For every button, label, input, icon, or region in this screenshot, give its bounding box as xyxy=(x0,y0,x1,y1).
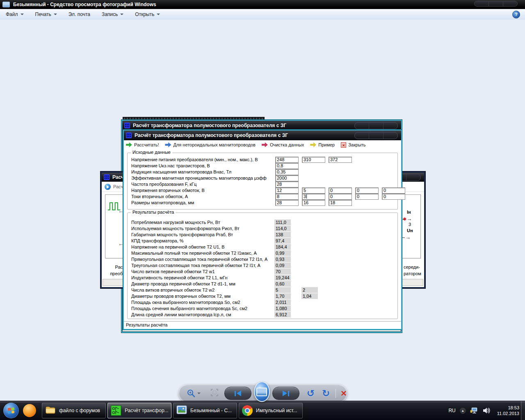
calc-window[interactable]: Расчёт трансформатора полумостового прео… xyxy=(123,130,402,330)
screen: Безымянный - Средство просмотра фотограф… xyxy=(0,0,525,420)
calc-back-window-controls xyxy=(354,122,398,129)
play-icon[interactable] xyxy=(105,184,111,190)
input-field[interactable]: 372 xyxy=(329,157,352,163)
minimize-button[interactable] xyxy=(355,123,369,129)
taskbar: файло с форумовРасчёт трансфор...Безымян… xyxy=(0,401,525,420)
maximize-button[interactable] xyxy=(369,123,383,129)
input-field[interactable]: 12 xyxy=(275,187,299,194)
minimize-button[interactable] xyxy=(475,1,489,6)
calc-back-titlebar[interactable]: Расчёт трансформатора полумостового прео… xyxy=(122,121,401,130)
input-field[interactable]: 28 xyxy=(275,181,299,187)
maximize-button[interactable] xyxy=(369,132,383,139)
rotate-counterclockwise-button[interactable]: ↺ xyxy=(307,389,315,398)
taskbar-button-chrome[interactable]: Импульсный ист... xyxy=(239,403,303,418)
taskbar-button-label: Безымянный - С... xyxy=(190,408,232,413)
minimize-button[interactable] xyxy=(355,132,369,139)
calc-title: Расчёт трансформатора полумостового прео… xyxy=(135,132,288,138)
menu-item[interactable]: Запись xyxy=(102,11,123,17)
toolbar-button[interactable]: Рассчитать! xyxy=(126,142,159,147)
arrow-icon xyxy=(165,142,171,147)
input-field[interactable]: 0 xyxy=(382,194,405,200)
clock-date: 11.02.2013 xyxy=(497,411,519,416)
input-field[interactable]: 5 xyxy=(302,187,325,194)
result-label: Числа витков вторичных обмоток Т2 w2 xyxy=(131,288,215,292)
toolbar-button[interactable]: Пример xyxy=(310,142,335,147)
result-values: 138 xyxy=(274,232,301,237)
gom-player-icon[interactable] xyxy=(23,404,36,417)
taskbar-button-calc[interactable]: Расчёт трансфор... xyxy=(107,403,171,418)
input-label: Токи вторичных обмоток, А xyxy=(131,194,188,199)
input-field[interactable]: 0,35 xyxy=(275,169,299,175)
schematic-caption: Рас xyxy=(102,265,123,269)
result-values: 0,99 xyxy=(274,250,301,256)
result-values: 0,09 xyxy=(274,262,301,268)
schematic-app-icon xyxy=(104,174,110,180)
menu-item[interactable]: Открыть xyxy=(135,11,160,17)
result-row: Потребляемая нагрузкой мощность Рн, Вт11… xyxy=(128,219,397,226)
toolbar-close-button[interactable]: ×Закрыть xyxy=(341,142,365,148)
maximize-button[interactable] xyxy=(489,1,503,6)
input-field[interactable]: 248 xyxy=(275,157,299,163)
toolbar-button-label: Закрыть xyxy=(348,142,365,147)
toolbar-button[interactable]: Для нетороидальных магнитопроводов xyxy=(165,142,255,147)
clock[interactable]: 18:53 11.02.2013 xyxy=(497,405,519,416)
schematic-caption: середи- xyxy=(404,265,420,269)
arrow-icon xyxy=(126,142,132,147)
close-button[interactable] xyxy=(503,1,517,6)
photo-viewer-titlebar[interactable]: Безымянный - Средство просмотра фотограф… xyxy=(0,0,525,9)
delete-button[interactable]: × xyxy=(341,388,347,398)
schematic-caption: ратором xyxy=(404,271,421,276)
zoom-menu-button[interactable] xyxy=(187,389,201,398)
input-field[interactable]: 0,8 xyxy=(275,163,299,169)
input-field[interactable]: 2000 xyxy=(275,175,299,181)
next-button[interactable] xyxy=(272,387,299,400)
hidden-icons-button[interactable]: ▲ xyxy=(460,408,466,414)
slideshow-button[interactable] xyxy=(254,381,270,402)
menu-item[interactable]: Файл xyxy=(6,11,24,17)
input-field[interactable]: 0 xyxy=(355,194,379,200)
language-indicator[interactable]: RU xyxy=(448,408,455,413)
input-field[interactable]: 0 xyxy=(329,187,352,194)
input-row: Напряжение Uкэ.нас транзисторов, В0,8 xyxy=(128,163,397,169)
input-field[interactable]: 16 xyxy=(302,200,325,206)
close-button[interactable] xyxy=(383,132,397,139)
transformer-calc-icon xyxy=(111,405,121,416)
input-field[interactable]: 28 xyxy=(275,200,299,206)
start-button[interactable] xyxy=(3,403,19,418)
help-button[interactable]: ? xyxy=(512,11,520,18)
taskbar-button-photo[interactable]: Безымянный - С... xyxy=(173,403,237,418)
menu-item-label: Печать xyxy=(35,11,51,17)
input-field[interactable]: 18 xyxy=(329,200,352,206)
toolbar-button-label: Пример xyxy=(318,142,335,147)
show-desktop-button[interactable] xyxy=(521,401,525,420)
close-button[interactable] xyxy=(383,123,397,129)
rotate-clockwise-button[interactable]: ↻ xyxy=(322,389,330,398)
input-field[interactable]: 0 xyxy=(355,187,379,194)
diagram-current-label: Iн xyxy=(407,210,411,215)
toolbar-button[interactable]: Очистка данных xyxy=(262,142,304,147)
input-row: Напряжение питания преобразователя (мин.… xyxy=(128,157,397,163)
menu-item[interactable]: Печать xyxy=(35,11,57,17)
input-field[interactable]: 0 xyxy=(329,194,352,200)
result-value: 19,244 xyxy=(274,275,291,281)
taskbar-button-folder[interactable]: файло с форумов xyxy=(42,403,106,418)
result-row: Площадь сечения выбранного магнитопровод… xyxy=(128,306,397,312)
result-row: Диаметры проводов вторичных обмоток Т2, … xyxy=(128,293,397,299)
result-value: 1,70 xyxy=(274,293,291,299)
input-field[interactable]: 8 xyxy=(275,194,299,200)
input-field[interactable]: 3 xyxy=(302,194,325,200)
close-button[interactable] xyxy=(406,174,420,180)
network-icon[interactable] xyxy=(470,407,478,414)
volume-icon[interactable] xyxy=(482,407,491,414)
previous-button[interactable] xyxy=(224,387,251,400)
input-field[interactable]: 310 xyxy=(302,157,325,163)
calc-titlebar[interactable]: Расчёт трансформатора полумостового прео… xyxy=(124,130,401,140)
input-fields: 0,35 xyxy=(275,169,302,175)
menu-item[interactable]: Эл. почта xyxy=(68,11,90,17)
input-field[interactable]: 0 xyxy=(382,187,405,194)
chrome-icon xyxy=(242,405,253,416)
system-tray: RU ▲ 18:53 11.02.2013 xyxy=(448,401,519,420)
fit-to-window-button[interactable] xyxy=(210,388,219,398)
calc-back-title: Расчёт трансформатора полумостового прео… xyxy=(133,123,286,128)
chevron-down-icon xyxy=(21,14,24,15)
